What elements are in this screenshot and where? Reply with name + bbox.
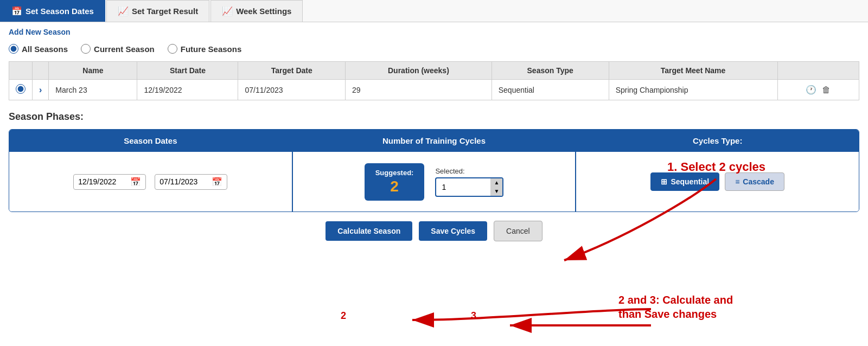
end-date-input[interactable] — [159, 177, 208, 186]
season-phases-title: Season Phases: — [9, 111, 859, 123]
start-cal-icon[interactable]: 📅 — [130, 177, 141, 187]
page-container: 📅 Set Season Dates 📈 Set Target Result 📈… — [0, 0, 868, 346]
add-new-season-link[interactable]: Add New Season — [9, 28, 71, 36]
spinner-up-button[interactable]: ▲ — [490, 178, 502, 187]
start-date-wrap: 📅 — [73, 174, 146, 190]
tab-label-2: Set Target Result — [132, 7, 198, 16]
tab-set-season-dates[interactable]: 📅 Set Season Dates — [0, 0, 105, 22]
phases-container: Season Dates 📅 📅 N — [9, 129, 859, 212]
phase-cycles-type: Cycles Type: ⊞ Sequential ≡ Cascade — [576, 130, 859, 212]
cascade-label: Cascade — [743, 177, 774, 186]
th-target-date: Target Date — [238, 62, 346, 80]
row-start-date: 12/19/2022 — [137, 80, 238, 100]
radio-label-current-season: Current Season — [94, 44, 155, 54]
tab-set-target-result[interactable]: 📈 Set Target Result — [106, 0, 209, 22]
calendar-icon: 📅 — [11, 6, 22, 16]
radio-label-all-seasons: All Seasons — [22, 44, 68, 54]
th-actions — [777, 62, 859, 80]
th-start-date: Start Date — [137, 62, 238, 80]
row-name: March 23 — [49, 80, 137, 100]
table-row: › March 23 12/19/2022 07/11/2023 29 Sequ… — [9, 80, 859, 100]
bottom-actions: Calculate Season Save Cycles Cancel — [9, 221, 859, 252]
row-target-meet-name: Spring Championship — [609, 80, 777, 100]
row-target-date: 07/11/2023 — [238, 80, 346, 100]
radio-all-seasons[interactable]: All Seasons — [9, 44, 68, 54]
phase-season-dates: Season Dates 📅 📅 — [9, 130, 293, 212]
phase-training-cycles: Number of Training Cycles Suggested: 2 S… — [293, 130, 577, 212]
seasons-table: Name Start Date Target Date Duration (we… — [9, 61, 859, 100]
phase-cycles-type-header: Cycles Type: — [576, 130, 859, 152]
start-date-input[interactable] — [78, 177, 127, 186]
step-number-2: 2 — [341, 310, 346, 322]
th-season-type: Season Type — [492, 62, 609, 80]
radio-input-all-seasons[interactable] — [9, 44, 18, 54]
selected-label: Selected: — [435, 167, 464, 175]
season-filter-radio-group: All Seasons Current Season Future Season… — [9, 44, 859, 54]
phase-training-cycles-body: Suggested: 2 Selected: ▲ ▼ — [293, 152, 576, 212]
phase-season-dates-header: Season Dates — [9, 130, 292, 152]
suggested-value: 2 — [375, 178, 414, 195]
tab-label-3: Week Settings — [236, 7, 291, 16]
radio-input-future-seasons[interactable] — [168, 44, 177, 54]
th-duration: Duration (weeks) — [346, 62, 492, 80]
annotation-text-2: 2 and 3: Calculate andthan Save changes — [618, 293, 733, 321]
radio-input-current-season[interactable] — [81, 44, 91, 54]
clock-icon-button[interactable]: 🕐 — [806, 85, 816, 95]
th-select — [9, 62, 33, 80]
end-date-wrap: 📅 — [155, 174, 227, 190]
selected-wrap: Selected: ▲ ▼ — [435, 167, 503, 197]
step-number-3: 3 — [471, 310, 476, 322]
sequential-label: Sequential — [671, 177, 709, 186]
row-expand-cell[interactable]: › — [33, 80, 49, 100]
phase-cycles-type-body: ⊞ Sequential ≡ Cascade — [576, 152, 859, 212]
tabs-bar: 📅 Set Season Dates 📈 Set Target Result 📈… — [0, 0, 868, 22]
radio-label-future-seasons: Future Seasons — [181, 44, 242, 54]
suggested-box: Suggested: 2 — [365, 163, 425, 201]
date-inputs: 📅 📅 — [73, 174, 227, 190]
th-expand — [33, 62, 49, 80]
radio-future-seasons[interactable]: Future Seasons — [168, 44, 242, 54]
spinner-input-wrap: ▲ ▼ — [435, 177, 503, 197]
cancel-button[interactable]: Cancel — [494, 221, 542, 241]
row-radio-cell[interactable] — [9, 80, 33, 100]
cycles-spinner-input[interactable] — [436, 180, 490, 195]
th-name: Name — [49, 62, 137, 80]
chart-icon-2: 📈 — [222, 6, 233, 16]
phase-season-dates-body: 📅 📅 — [9, 152, 292, 212]
end-cal-icon[interactable]: 📅 — [212, 177, 222, 187]
delete-icon-button[interactable]: 🗑 — [822, 85, 831, 95]
cascade-button[interactable]: ≡ Cascade — [725, 172, 784, 191]
cycles-body: Suggested: 2 Selected: ▲ ▼ — [365, 163, 504, 201]
spinner-buttons: ▲ ▼ — [490, 178, 502, 196]
calculate-season-button[interactable]: Calculate Season — [326, 221, 412, 241]
expand-button[interactable]: › — [39, 85, 42, 95]
spinner-down-button[interactable]: ▼ — [490, 187, 502, 196]
sequential-button[interactable]: ⊞ Sequential — [650, 172, 719, 191]
row-season-type: Sequential — [492, 80, 609, 100]
chart-icon-1: 📈 — [118, 6, 129, 16]
row-action-cell: 🕐 🗑 — [777, 80, 859, 100]
row-radio-input[interactable] — [16, 84, 25, 94]
phase-training-cycles-header: Number of Training Cycles — [293, 130, 576, 152]
suggested-label: Suggested: — [375, 169, 414, 177]
row-duration: 29 — [346, 80, 492, 100]
cycles-type-body: ⊞ Sequential ≡ Cascade — [650, 172, 784, 191]
save-cycles-button[interactable]: Save Cycles — [419, 221, 487, 241]
radio-current-season[interactable]: Current Season — [81, 44, 155, 54]
main-content: Add New Season All Seasons Current Seaso… — [0, 22, 868, 258]
cascade-icon: ≡ — [735, 177, 739, 186]
tab-week-settings[interactable]: 📈 Week Settings — [210, 0, 303, 22]
th-target-meet-name: Target Meet Name — [609, 62, 777, 80]
tab-label: Set Season Dates — [25, 7, 94, 16]
sequential-icon: ⊞ — [661, 177, 667, 186]
